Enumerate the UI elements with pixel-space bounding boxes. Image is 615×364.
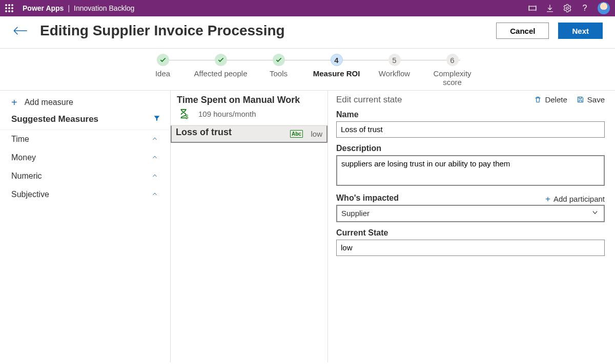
step-complexity-score[interactable]: 6 Complexity score <box>423 54 481 87</box>
page-header: Editing Supplier Invoice Processing Canc… <box>0 16 615 49</box>
svg-point-7 <box>9 11 10 12</box>
plus-icon: + <box>11 98 17 106</box>
help-icon[interactable]: ? <box>576 4 593 13</box>
waffle-icon[interactable] <box>5 4 13 12</box>
plus-icon: + <box>545 194 550 204</box>
measure-card-time-spent[interactable]: Time Spent on Manual Work $ 109 hours/mo… <box>171 91 327 125</box>
svg-point-4 <box>9 8 10 9</box>
save-button[interactable]: Save <box>577 95 605 104</box>
current-state-input[interactable] <box>336 240 605 256</box>
who-impacted-select[interactable]: Supplier <box>336 205 605 222</box>
add-participant-button[interactable]: + Add participant <box>545 194 605 204</box>
measure-card-loss-of-trust[interactable]: Loss of trust Abc low <box>171 125 327 143</box>
svg-text:$: $ <box>186 114 189 120</box>
app-name[interactable]: Innovation Backlog <box>74 4 134 12</box>
current-state-label: Current State <box>336 228 605 238</box>
svg-point-5 <box>12 8 13 9</box>
page-title: Editing Supplier Invoice Processing <box>40 23 496 39</box>
step-idea[interactable]: Idea <box>134 54 192 87</box>
chevron-up-icon <box>151 135 159 144</box>
avatar[interactable] <box>598 2 610 14</box>
form-heading: Edit current state <box>336 95 402 105</box>
next-button[interactable]: Next <box>558 23 603 39</box>
svg-point-0 <box>6 5 7 6</box>
chevron-down-icon <box>590 209 600 218</box>
description-input[interactable] <box>336 155 605 186</box>
download-icon[interactable] <box>541 4 559 13</box>
filter-icon[interactable] <box>153 114 161 124</box>
step-tools[interactable]: Tools <box>250 54 308 87</box>
global-topbar: Power Apps | Innovation Backlog ? <box>0 0 615 16</box>
svg-point-6 <box>6 11 7 12</box>
step-workflow[interactable]: 5 Workflow <box>365 54 423 87</box>
svg-point-3 <box>6 8 7 9</box>
abc-icon: Abc <box>289 128 303 139</box>
gear-icon[interactable] <box>559 4 576 13</box>
svg-rect-9 <box>529 6 536 10</box>
svg-point-8 <box>12 11 13 12</box>
measure-cards-column: Time Spent on Manual Work $ 109 hours/mo… <box>171 91 328 362</box>
chevron-up-icon <box>151 172 159 181</box>
hourglass-dollar-icon: $ <box>177 109 191 120</box>
category-time[interactable]: Time <box>0 130 170 148</box>
brand-separator: | <box>68 4 70 12</box>
name-input[interactable] <box>336 121 605 138</box>
svg-point-10 <box>566 7 569 10</box>
chevron-up-icon <box>151 153 159 162</box>
category-subjective[interactable]: Subjective <box>0 185 170 204</box>
main-area: + Add measure Suggested Measures Time Mo… <box>0 91 615 362</box>
fit-icon[interactable] <box>524 4 541 13</box>
svg-point-1 <box>9 5 10 6</box>
back-button[interactable] <box>12 26 29 36</box>
edit-form: Edit current state Delete Save Name Desc… <box>328 91 615 362</box>
brand-name[interactable]: Power Apps <box>23 4 64 12</box>
category-numeric[interactable]: Numeric <box>0 167 170 185</box>
cancel-button[interactable]: Cancel <box>496 23 549 39</box>
step-affected-people[interactable]: Affected people <box>192 54 250 87</box>
step-measure-roi[interactable]: 4 Measure ROI <box>308 54 365 87</box>
category-money[interactable]: Money <box>0 148 170 167</box>
measures-sidebar: + Add measure Suggested Measures Time Mo… <box>0 91 171 362</box>
description-label: Description <box>336 144 605 153</box>
chevron-up-icon <box>151 190 159 199</box>
svg-point-2 <box>12 5 13 6</box>
add-measure-button[interactable]: + Add measure <box>0 95 170 112</box>
who-impacted-label: Who's impacted <box>336 194 399 203</box>
wizard-stepper: Idea Affected people Tools 4 Measure ROI… <box>0 49 615 91</box>
suggested-measures-header: Suggested Measures <box>0 112 170 130</box>
delete-button[interactable]: Delete <box>534 95 567 104</box>
name-label: Name <box>336 110 605 119</box>
add-measure-label: Add measure <box>25 98 73 107</box>
